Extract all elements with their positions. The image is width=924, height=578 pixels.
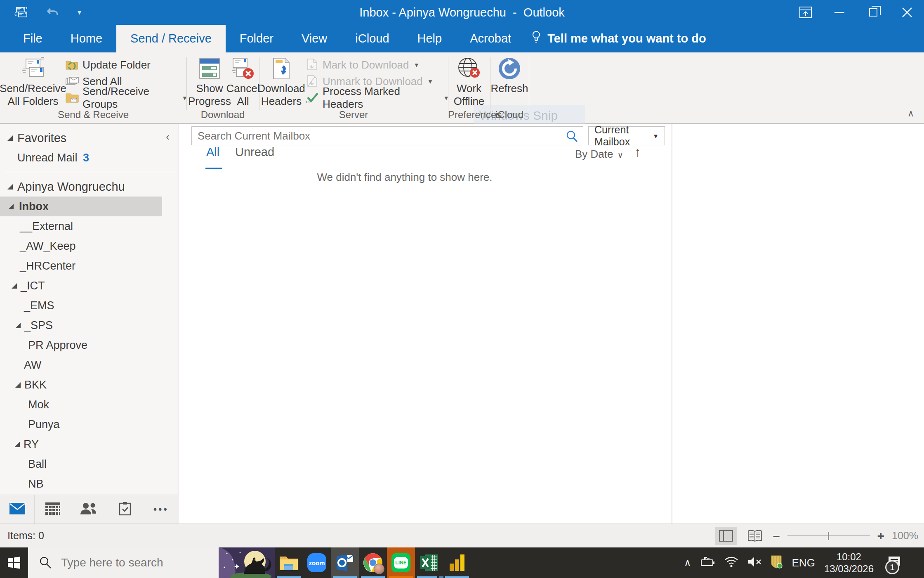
folder-punya[interactable]: Punya xyxy=(0,415,162,434)
process-marked-headers-button[interactable]: Process Marked Headers ▾ xyxy=(305,90,448,106)
folder-ry[interactable]: RY xyxy=(0,434,162,454)
cancel-all-button[interactable]: Cancel All xyxy=(229,55,257,111)
tab-view[interactable]: View xyxy=(288,25,341,52)
download-headers-button[interactable]: Download Headers xyxy=(261,55,302,111)
search-box[interactable] xyxy=(191,126,583,145)
nav-tasks-button[interactable] xyxy=(107,495,143,524)
folder-mok[interactable]: Mok xyxy=(0,395,162,415)
taskbar-zoom[interactable]: zoom xyxy=(303,547,331,578)
taskbar-outlook[interactable] xyxy=(331,547,359,578)
status-bar: Items: 0 – + 100% xyxy=(0,524,924,547)
tray-date: 13/03/2026 xyxy=(824,563,874,575)
search-scope-dropdown[interactable]: Current Mailbox ▼ xyxy=(588,126,665,145)
normal-view-button[interactable] xyxy=(715,527,737,545)
nav-mail-button[interactable] xyxy=(0,495,35,524)
folder-inbox[interactable]: Inbox xyxy=(0,197,162,216)
clock[interactable]: 10:02 13/03/2026 xyxy=(824,551,874,575)
collapse-ribbon-icon[interactable]: ∧ xyxy=(908,108,914,119)
tab-help[interactable]: Help xyxy=(403,25,456,52)
expand-triangle-icon[interactable] xyxy=(8,204,14,209)
battery-icon[interactable] xyxy=(700,557,715,569)
zoom-slider[interactable] xyxy=(787,527,870,545)
favorites-header[interactable]: Favorites xyxy=(0,128,162,148)
zoom-slider-handle[interactable] xyxy=(828,532,829,540)
undo-icon[interactable] xyxy=(46,6,59,19)
action-center-icon[interactable]: 1 xyxy=(883,551,906,574)
zoom-level[interactable]: 100% xyxy=(892,530,918,542)
send-receive-all-folders-qat-icon[interactable] xyxy=(14,6,28,19)
close-button[interactable] xyxy=(890,0,924,25)
security-shield-icon[interactable] xyxy=(771,555,783,571)
send-receive-all-folders-icon xyxy=(20,55,46,82)
expand-triangle-icon[interactable] xyxy=(15,382,21,388)
update-folder-icon xyxy=(65,58,79,72)
tell-me-box[interactable]: Tell me what you want to do xyxy=(531,25,706,52)
folder-ball[interactable]: Ball xyxy=(0,454,162,474)
taskbar-search-input[interactable] xyxy=(61,556,218,569)
search-icon[interactable] xyxy=(565,130,579,144)
taskbar-file-explorer[interactable] xyxy=(275,547,303,578)
taskbar: zoom LINE ∧ xyxy=(0,547,924,578)
nav-people-button[interactable] xyxy=(71,495,107,524)
nav-more-button[interactable]: ••• xyxy=(143,495,179,524)
filter-tab-all[interactable]: All xyxy=(206,145,219,159)
folder-pane: ‹ Favorites Unread Mail 3 Apinya Wongrue… xyxy=(0,124,179,524)
restore-button[interactable] xyxy=(856,0,890,25)
volume-muted-icon[interactable] xyxy=(747,556,761,569)
account-header[interactable]: Apinya Wongruechu xyxy=(0,177,162,197)
work-offline-button[interactable]: Work Offline xyxy=(450,55,488,111)
mail-icon xyxy=(9,502,26,516)
ribbon-display-options-button[interactable] xyxy=(789,0,823,25)
expand-triangle-icon[interactable] xyxy=(7,184,13,190)
taskbar-search-box[interactable] xyxy=(28,547,275,578)
folder-pr-approve[interactable]: PR Approve xyxy=(0,335,162,355)
minimize-folder-pane-icon[interactable]: ‹ xyxy=(166,130,170,143)
group-label-send-receive: Send & Receive xyxy=(0,109,186,121)
show-progress-button[interactable]: Show Progress xyxy=(191,55,229,111)
search-input[interactable] xyxy=(192,127,583,145)
show-hidden-icons-chevron[interactable]: ∧ xyxy=(684,557,691,569)
send-receive-groups-button[interactable]: Send/Receive Groups ▾ xyxy=(65,90,186,106)
wifi-icon[interactable] xyxy=(724,557,738,569)
tab-home[interactable]: Home xyxy=(57,25,116,52)
expand-triangle-icon[interactable] xyxy=(15,323,21,328)
taskbar-excel[interactable] xyxy=(415,547,443,578)
folder-hrcenter[interactable]: _HRCenter xyxy=(0,256,162,276)
zoom-out-button[interactable]: – xyxy=(773,529,780,543)
taskbar-chrome[interactable] xyxy=(359,547,387,578)
favorite-unread-mail[interactable]: Unread Mail 3 xyxy=(0,148,162,168)
nav-calendar-button[interactable] xyxy=(35,495,71,524)
folder-aw[interactable]: AW xyxy=(0,355,162,375)
folder-nb[interactable]: NB xyxy=(0,474,162,494)
reading-view-button[interactable] xyxy=(744,527,766,545)
tab-file[interactable]: File xyxy=(9,25,57,52)
tab-send-receive[interactable]: Send / Receive xyxy=(116,25,226,52)
folder-sps[interactable]: _SPS xyxy=(0,315,162,335)
minimize-button[interactable] xyxy=(823,0,856,25)
folder-aw-keep[interactable]: _AW_Keep xyxy=(0,236,162,256)
taskbar-line[interactable]: LINE xyxy=(387,547,415,578)
tab-acrobat[interactable]: Acrobat xyxy=(456,25,525,52)
zoom-in-button[interactable]: + xyxy=(877,529,885,543)
expand-triangle-icon[interactable] xyxy=(7,135,13,141)
sort-by-dropdown[interactable]: By Date∨ xyxy=(575,148,623,161)
update-folder-button[interactable]: Update Folder xyxy=(65,57,186,73)
filter-tab-unread[interactable]: Unread xyxy=(235,145,274,159)
expand-triangle-icon[interactable] xyxy=(12,283,17,289)
tab-icloud[interactable]: iCloud xyxy=(341,25,403,52)
search-highlights-image[interactable] xyxy=(219,547,275,578)
sort-direction-icon[interactable]: ↑ xyxy=(634,144,641,160)
taskbar-power-bi[interactable] xyxy=(443,547,471,578)
customize-quick-access-caret-icon[interactable]: ▾ xyxy=(78,8,81,17)
expand-triangle-icon[interactable] xyxy=(14,442,20,447)
start-button[interactable] xyxy=(0,547,28,578)
refresh-button[interactable]: Refresh xyxy=(492,55,527,111)
send-receive-all-folders-button[interactable]: Send/Receive All Folders xyxy=(2,55,64,111)
folder-ict[interactable]: _ICT xyxy=(0,276,162,296)
folder-bkk[interactable]: BKK xyxy=(0,375,162,395)
window-title: Inbox - Apinya Wongruechu - Outlook xyxy=(359,6,565,19)
tab-folder[interactable]: Folder xyxy=(226,25,288,52)
language-indicator[interactable]: ENG xyxy=(792,557,815,569)
folder-ems[interactable]: _EMS xyxy=(0,296,162,315)
folder-external[interactable]: __External xyxy=(0,216,162,236)
